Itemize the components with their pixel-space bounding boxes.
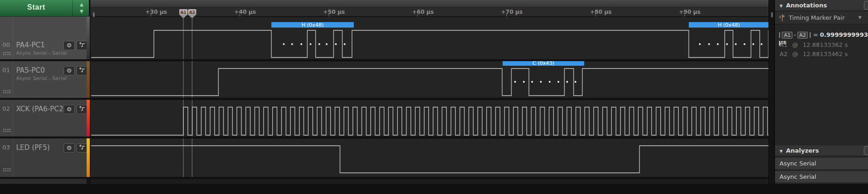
marker-a1-timestamp: A1@12.88133362 s xyxy=(780,41,852,48)
bit-sample-dot xyxy=(752,43,754,45)
bit-sample-dot xyxy=(761,43,762,45)
measurement-close-bar: | = xyxy=(809,31,818,38)
collapse-triangle-icon: ▼ xyxy=(780,0,783,11)
bit-sample-dot xyxy=(318,43,320,45)
annotations-header[interactable]: ▼Annotations xyxy=(775,0,868,11)
bottom-strip xyxy=(0,184,868,194)
right-panel: ▼Annotations Timing Marker Pair ▼ |A1-A2… xyxy=(775,0,868,184)
marker-pin-icon xyxy=(779,14,786,22)
logic-analyzer-app: 00 PA4-PC1 Async Serial - Serial ⚙ 01 PA… xyxy=(0,0,868,194)
channel-number: 00 xyxy=(0,41,12,48)
decode-bubble-label: H (0x48) xyxy=(302,22,324,28)
analyzers-header-button[interactable] xyxy=(864,146,868,155)
channel-number: 03 xyxy=(0,144,12,151)
channel-drag-handle[interactable] xyxy=(3,90,12,94)
analyzer-row[interactable]: Async Serial xyxy=(775,171,868,183)
waveform-pane[interactable]: +30 µs+40 µs+50 µs+60 µs+70 µs+80 µs+90 … xyxy=(90,0,768,184)
number-separator xyxy=(12,100,13,137)
annotations-header-button[interactable] xyxy=(864,1,868,10)
channel-trigger-button[interactable] xyxy=(76,66,88,75)
analyzers-title: Analyzers xyxy=(786,147,819,154)
marker-a2-timestamp: A2@12.88133462 s xyxy=(780,51,852,57)
channel-row-00[interactable]: 00 PA4-PC1 Async Serial - Serial ⚙ xyxy=(0,17,87,59)
bit-sample-dot xyxy=(557,81,559,83)
channel-settings-button[interactable]: ⚙ xyxy=(64,41,75,50)
timestamp-value: 12.88133462 s xyxy=(803,51,848,57)
chevron-down-icon[interactable]: ▼ xyxy=(858,15,862,20)
timestamp-marker-id: A1 xyxy=(780,41,787,48)
channel-color-strip xyxy=(87,138,90,177)
bit-sample-dot xyxy=(514,81,516,83)
analyzers-header[interactable]: ▼Analyzers xyxy=(775,145,868,156)
add-trigger-icon xyxy=(78,144,86,150)
add-trigger-icon xyxy=(78,42,86,47)
bit-sample-dot xyxy=(566,81,568,83)
gear-icon: ⚙ xyxy=(66,42,72,49)
channel-analyzer-subtitle: Async Serial - Serial xyxy=(16,75,67,81)
bit-sample-dot xyxy=(344,43,346,45)
gear-icon: ⚙ xyxy=(66,144,72,151)
decode-bubble-label: H (0x48) xyxy=(718,22,740,28)
bit-sample-dot xyxy=(744,43,745,45)
channel-row-02[interactable]: 02 XCK (PA6-PC2) ⚙ xyxy=(0,100,87,137)
add-trigger-icon xyxy=(78,67,86,73)
channel-analyzer-subtitle: Async Serial - Serial xyxy=(16,50,67,56)
channel-color-strip xyxy=(87,100,90,137)
timestamp-at: @ xyxy=(792,51,798,57)
gear-icon: ⚙ xyxy=(66,106,72,113)
bit-sample-dot xyxy=(310,43,311,45)
bit-sample-dot xyxy=(300,43,302,45)
channel-number: 02 xyxy=(0,105,12,112)
number-separator xyxy=(12,138,13,177)
bit-sample-dot xyxy=(326,43,328,45)
waveform-trace-ch02 xyxy=(91,107,769,135)
marker-a2-tag: A2 xyxy=(798,32,808,39)
channel-color-strip xyxy=(87,61,90,98)
marker-a1-tag: A1 xyxy=(782,32,792,39)
channel-name: PA5-PC0 xyxy=(16,66,45,74)
row-separator xyxy=(0,177,768,179)
waveform-canvas[interactable]: H (0x48)H (0x48)C (0x43) xyxy=(90,0,769,184)
channel-drag-handle[interactable] xyxy=(3,168,12,172)
collapse-triangle-icon: ▼ xyxy=(780,146,783,157)
timing-marker-pair-title: Timing Marker Pair xyxy=(789,14,845,21)
channel-drag-handle[interactable] xyxy=(3,128,12,132)
bit-sample-dot xyxy=(575,81,576,83)
collapse-up-icon[interactable]: ▲ xyxy=(74,1,89,8)
row-separator xyxy=(0,98,768,100)
number-separator xyxy=(12,61,13,98)
channel-drag-handle[interactable] xyxy=(3,51,12,56)
timestamp-value: 12.88133362 s xyxy=(803,41,848,48)
analyzer-name: Async Serial xyxy=(780,160,816,167)
bit-sample-dot xyxy=(699,43,701,45)
channel-name: XCK (PA6-PC2) xyxy=(16,105,66,113)
channel-trigger-button[interactable] xyxy=(76,41,88,50)
start-button[interactable]: Start xyxy=(0,3,72,11)
sidebar-empty-area xyxy=(0,179,87,184)
header-divider xyxy=(72,0,73,17)
measurement-open-bar: | xyxy=(779,31,780,38)
analyzer-row[interactable]: Async Serial xyxy=(775,158,868,170)
pane-divider[interactable]: ‖ xyxy=(768,0,775,194)
collapse-down-icon[interactable]: ▼ xyxy=(74,8,89,15)
bit-sample-dot xyxy=(717,43,719,45)
channel-row-01[interactable]: 01 PA5-PC0 Async Serial - Serial ⚙ xyxy=(0,61,87,98)
right-pane-grip-icon[interactable]: ‖ xyxy=(769,11,774,19)
channel-settings-button[interactable]: ⚙ xyxy=(64,105,75,114)
row-separator xyxy=(0,137,768,138)
start-capture-header: Start ▲ ▼ xyxy=(0,0,89,17)
bit-sample-dot xyxy=(523,81,525,83)
bit-sample-dot xyxy=(708,43,710,45)
channel-row-03[interactable]: 03 LED (PF5) ⚙ xyxy=(0,138,87,177)
timestamp-at: @ xyxy=(792,41,798,48)
waveform-trace-ch03 xyxy=(91,146,769,173)
bit-sample-dot xyxy=(726,43,728,45)
channel-settings-button[interactable]: ⚙ xyxy=(64,66,75,75)
channel-trigger-button[interactable] xyxy=(76,143,88,153)
gear-icon: ⚙ xyxy=(66,67,72,74)
channel-settings-button[interactable]: ⚙ xyxy=(64,143,75,153)
analyzer-name: Async Serial xyxy=(780,173,816,180)
channel-number: 01 xyxy=(0,67,12,74)
channel-trigger-button[interactable] xyxy=(76,105,88,114)
timing-marker-pair-row[interactable]: Timing Marker Pair ▼ xyxy=(775,11,868,24)
